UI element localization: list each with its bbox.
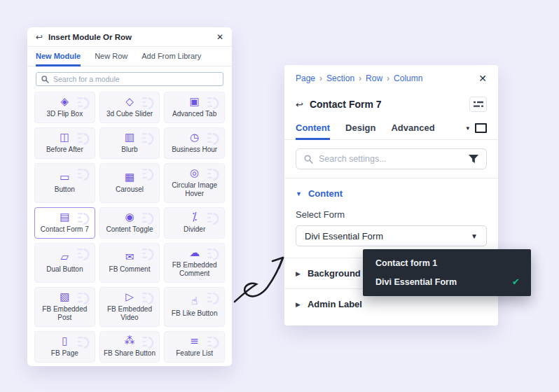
select-form-menu: Contact form 1 Divi Essential Form ✔: [363, 249, 531, 296]
desktop-preview-icon[interactable]: [475, 123, 487, 133]
module-label: Before After: [46, 146, 83, 154]
module-card-dual-button[interactable]: ▱Dual Button: [34, 243, 95, 283]
content-accordion-toggle[interactable]: ▼ Content: [284, 178, 498, 199]
module-card-circular-image-hover[interactable]: ◎Circular Image Hover: [164, 163, 225, 203]
tab-new-row[interactable]: New Row: [95, 47, 127, 66]
module-label: Circular Image Hover: [167, 181, 222, 198]
module-card-button[interactable]: ▭Button: [34, 163, 95, 203]
select-form-dropdown[interactable]: Divi Essential Form ▼: [296, 225, 487, 246]
menu-item-divi-essential-form[interactable]: Divi Essential Form ✔: [363, 272, 531, 291]
flip-box-icon: ◈: [61, 97, 69, 107]
module-card-fb-share-button[interactable]: ⁂FB Share Button: [99, 331, 160, 363]
fb-page-icon: ▯: [62, 336, 67, 346]
menu-item-label: Divi Essential Form: [375, 277, 512, 287]
tab-advanced[interactable]: Advanced: [391, 118, 434, 140]
module-card-contact-form-7[interactable]: ▤Contact Form 7: [34, 207, 95, 239]
chevron-down-icon[interactable]: ▾: [466, 125, 469, 132]
divi-essential-watermark-icon: [142, 335, 156, 350]
module-card-before-after[interactable]: ◫Before After: [34, 127, 95, 159]
contact-form-icon: ▤: [60, 212, 69, 223]
insert-module-header: ↩ Insert Module Or Row ✕: [27, 27, 232, 47]
tab-content[interactable]: Content: [296, 118, 330, 140]
select-form-value: Divi Essential Form: [305, 231, 471, 241]
dots-dashes-icon: [474, 101, 483, 108]
module-grid: ◈3D Flip Box ◇3d Cube Slider ▣Advanced T…: [34, 92, 225, 363]
module-card-advanced-tab[interactable]: ▣Advanced Tab: [164, 92, 225, 123]
fb-share-button-icon: ⁂: [124, 336, 134, 346]
business-hour-icon: ◷: [190, 132, 199, 143]
module-card-fb-comment[interactable]: ✉FB Comment: [99, 243, 160, 283]
divi-essential-watermark-icon: [142, 95, 156, 111]
module-card-business-hour[interactable]: ◷Business Hour: [164, 127, 225, 159]
divi-essential-watermark-icon: [207, 290, 221, 306]
module-card-fb-embedded-comment[interactable]: ☁FB Embedded Comment: [164, 243, 225, 283]
breadcrumb-page[interactable]: Page: [296, 74, 315, 83]
divi-essential-watermark-icon: [142, 131, 156, 146]
settings-title: Contact Form 7: [310, 99, 463, 110]
module-card-3d-flip-box[interactable]: ◈3D Flip Box: [34, 92, 95, 123]
module-label: Dual Button: [46, 265, 83, 274]
insert-module-title: Insert Module Or Row: [48, 33, 211, 41]
module-label: FB Page: [51, 349, 78, 358]
fb-comment-icon: ✉: [125, 252, 134, 262]
carousel-icon: ▦: [125, 172, 134, 183]
divi-essential-watermark-icon: [142, 167, 156, 182]
module-card-content-toggle[interactable]: ◉Content Toggle: [99, 207, 160, 239]
divi-essential-watermark-icon: [77, 211, 91, 226]
divi-essential-watermark-icon: [207, 131, 221, 146]
module-label: Business Hour: [172, 146, 217, 154]
module-card-fb-embedded-post[interactable]: ▧FB Embedded Post: [34, 287, 95, 327]
module-card-fb-like-button[interactable]: ☝FB Like Button: [164, 287, 225, 327]
module-label: Contact Form 7: [41, 225, 89, 234]
divi-essential-watermark-icon: [77, 167, 91, 182]
button-icon: ▭: [60, 172, 69, 183]
select-form-label: Select Form: [284, 199, 498, 220]
background-accordion-label: Background: [308, 268, 361, 279]
tab-design[interactable]: Design: [345, 118, 375, 140]
search-icon: [304, 155, 313, 164]
divi-essential-watermark-icon: [142, 211, 156, 226]
fb-embedded-video-icon: ▷: [125, 292, 134, 302]
module-label: FB Share Button: [104, 349, 156, 358]
breadcrumb-row[interactable]: Row: [366, 74, 382, 83]
breadcrumb-column[interactable]: Column: [394, 74, 422, 83]
module-card-3d-cube-slider[interactable]: ◇3d Cube Slider: [99, 92, 160, 123]
back-arrow-icon[interactable]: ↩: [296, 99, 303, 110]
tab-new-module[interactable]: New Module: [36, 47, 81, 66]
filter-funnel-icon[interactable]: [469, 155, 478, 163]
dual-button-icon: ▱: [61, 252, 69, 262]
divi-essential-watermark-icon: [77, 290, 91, 306]
feature-list-icon: ≡: [190, 336, 199, 346]
divi-essential-watermark-icon: [77, 95, 91, 111]
chevron-right-icon: ▶: [296, 270, 301, 277]
settings-search-input[interactable]: [319, 154, 463, 164]
module-card-feature-list[interactable]: ≡Feature List: [164, 331, 225, 363]
module-search-input[interactable]: [53, 75, 218, 83]
divi-essential-watermark-icon: [142, 246, 156, 262]
close-icon[interactable]: ✕: [478, 74, 487, 83]
search-icon: [41, 76, 49, 83]
settings-search-box: [296, 148, 487, 169]
module-card-carousel[interactable]: ▦Carousel: [99, 163, 160, 203]
module-card-fb-embedded-video[interactable]: ▷FB Embedded Video: [99, 287, 160, 327]
divi-essential-watermark-icon: [207, 335, 221, 350]
content-toggle-icon: ◉: [125, 212, 134, 223]
module-options-button[interactable]: [469, 97, 487, 112]
module-label: FB Comment: [109, 265, 151, 274]
menu-item-contact-form-1[interactable]: Contact form 1: [363, 253, 531, 272]
fb-embedded-post-icon: ▧: [60, 292, 69, 302]
module-label: 3d Cube Slider: [106, 110, 153, 118]
close-icon[interactable]: ✕: [216, 33, 223, 41]
module-card-divider[interactable]: ⁒Divider: [164, 207, 225, 239]
chevron-down-icon: ▼: [296, 190, 302, 197]
divider-icon: ⁒: [192, 212, 197, 223]
tab-add-from-library[interactable]: Add From Library: [142, 47, 201, 66]
module-card-fb-page[interactable]: ▯FB Page: [34, 331, 95, 363]
module-label: FB Embedded Video: [102, 305, 158, 322]
check-icon: ✔: [512, 276, 520, 287]
back-arrow-icon[interactable]: ↩: [36, 32, 43, 42]
module-label: FB Embedded Post: [37, 305, 92, 322]
module-card-blurb[interactable]: ▥Blurb: [99, 127, 160, 159]
module-label: Blurb: [121, 146, 137, 154]
breadcrumb-section[interactable]: Section: [326, 74, 354, 83]
